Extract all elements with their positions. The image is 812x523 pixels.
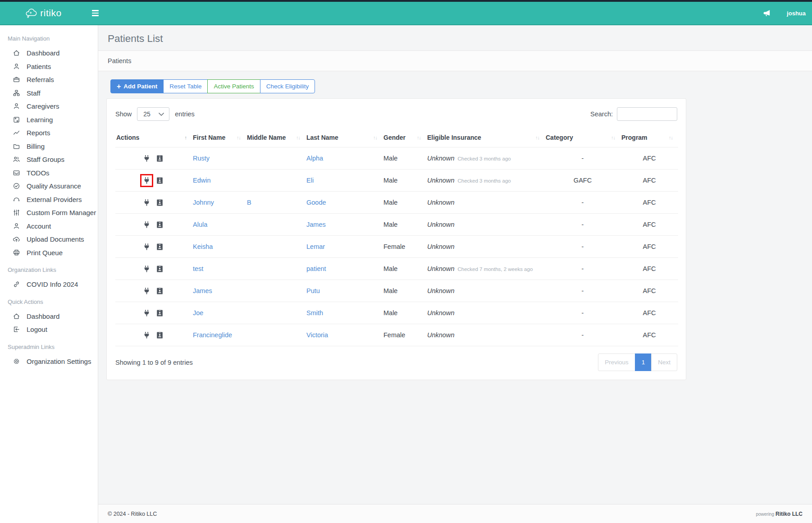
col-header-last-name[interactable]: Last Name↑↓	[306, 129, 383, 147]
col-header-middle-name[interactable]: Middle Name↑↓	[246, 129, 306, 147]
col-header-gender[interactable]: Gender↑↓	[383, 129, 426, 147]
patient-last-name-cell: patient	[306, 258, 383, 280]
toolbar: +Add PatientReset TableActive PatientsCh…	[110, 79, 804, 93]
sidebar-item-dashboard[interactable]: Dashboard	[0, 310, 98, 323]
patient-middle-name-link[interactable]: B	[247, 199, 251, 206]
program-cell: AFC	[620, 147, 678, 170]
patient-first-name-link[interactable]: Edwin	[193, 177, 211, 184]
patient-last-name-link[interactable]: Eli	[306, 177, 314, 184]
sidebar-item-todos[interactable]: TODOs	[0, 166, 98, 180]
id-badge-icon[interactable]	[155, 198, 164, 207]
sidebar-item-quality-assurance[interactable]: Quality Assurance	[0, 179, 98, 193]
breadcrumb-item-patients[interactable]: Patients	[108, 57, 131, 64]
patient-last-name-link[interactable]: Lemar	[306, 243, 325, 250]
sidebar-item-staff-groups[interactable]: Staff Groups	[0, 153, 98, 166]
id-badge-icon[interactable]	[155, 243, 164, 251]
plug-icon[interactable]	[142, 287, 151, 295]
sidebar-toggle-button[interactable]	[86, 1, 105, 25]
patient-first-name-link[interactable]: Rusty	[193, 155, 210, 162]
id-badge-icon[interactable]	[155, 176, 164, 185]
patient-first-name-link[interactable]: Joe	[193, 309, 203, 317]
plus-icon: +	[117, 83, 121, 90]
patient-last-name-link[interactable]: Smith	[306, 309, 323, 317]
col-header-first-name[interactable]: First Name↑↓	[192, 129, 246, 147]
cloud-logo-icon	[24, 8, 37, 18]
plug-icon[interactable]	[142, 265, 151, 273]
patient-last-name-link[interactable]: Putu	[306, 287, 320, 294]
page-1-button[interactable]: 1	[635, 353, 652, 371]
sidebar-item-billing[interactable]: Billing	[0, 140, 98, 153]
sidebar-item-print-queue[interactable]: Print Queue	[0, 246, 98, 260]
patient-first-name-cell: Joe	[192, 302, 246, 324]
insurance-status: Unknown	[427, 155, 454, 162]
id-badge-icon[interactable]	[155, 309, 164, 317]
megaphone-icon[interactable]	[762, 9, 771, 18]
check-eligibility-button[interactable]: Check Eligibility	[260, 79, 315, 93]
plug-icon[interactable]	[142, 176, 151, 185]
patient-last-name-link[interactable]: patient	[306, 265, 326, 272]
program-cell: AFC	[620, 302, 678, 324]
id-badge-icon[interactable]	[155, 265, 164, 273]
id-badge-icon[interactable]	[155, 287, 164, 295]
id-badge-icon[interactable]	[155, 331, 164, 339]
patient-last-name-link[interactable]: Alpha	[306, 155, 323, 162]
sidebar-item-label: Upload Documents	[27, 235, 84, 243]
plug-icon[interactable]	[142, 220, 151, 229]
sidebar-item-covid-info-2024[interactable]: COVID Info 2024	[0, 278, 98, 291]
col-header-eligible-insurance[interactable]: Eligible Insurance↑↓	[426, 129, 545, 147]
actions-cell	[115, 236, 192, 258]
sidebar-item-account[interactable]: Account	[0, 220, 98, 233]
user-menu[interactable]: joshua	[787, 10, 806, 17]
actions-cell	[115, 258, 192, 280]
sidebar-item-upload-documents[interactable]: Upload Documents	[0, 233, 98, 246]
active-patients-button[interactable]: Active Patients	[207, 79, 260, 93]
sidebar-item-custom-form-manager[interactable]: Custom Form Manager	[0, 206, 98, 220]
col-header-category[interactable]: Category↑↓	[545, 129, 620, 147]
plug-icon[interactable]	[142, 331, 151, 339]
sidebar-item-patients[interactable]: Patients	[0, 60, 98, 73]
home-icon	[13, 49, 20, 57]
previous-page-button[interactable]: Previous	[598, 353, 635, 371]
patient-first-name-link[interactable]: James	[193, 287, 212, 294]
reset-table-button[interactable]: Reset Table	[163, 79, 208, 93]
sidebar-item-staff[interactable]: Staff	[0, 87, 98, 100]
sidebar-item-organization-settings[interactable]: Organization Settings	[0, 355, 98, 368]
patient-first-name-cell: Johnny	[192, 192, 246, 214]
id-badge-icon[interactable]	[155, 154, 164, 163]
category-cell: -	[545, 302, 620, 324]
patient-first-name-link[interactable]: test	[193, 265, 203, 272]
col-header-actions[interactable]: Actions↑	[115, 129, 192, 147]
brand-logo[interactable]: ritiko	[0, 8, 86, 18]
gender-cell: Male	[383, 302, 426, 324]
id-badge-icon[interactable]	[155, 220, 164, 229]
patient-first-name-link[interactable]: Johnny	[193, 199, 214, 206]
plug-icon[interactable]	[142, 154, 151, 163]
sidebar-item-referrals[interactable]: Referrals	[0, 73, 98, 87]
sidebar-item-learning[interactable]: Learning	[0, 113, 98, 127]
patient-first-name-link[interactable]: Keisha	[193, 243, 213, 250]
sidebar-item-dashboard[interactable]: Dashboard	[0, 46, 98, 60]
plug-icon[interactable]	[142, 198, 151, 207]
search-input[interactable]	[617, 107, 677, 121]
patient-last-name-link[interactable]: James	[306, 221, 326, 228]
sidebar-item-caregivers[interactable]: Caregivers	[0, 100, 98, 113]
col-header-program[interactable]: Program↑↓	[620, 129, 678, 147]
patient-first-name-link[interactable]: Francineglide	[193, 331, 232, 339]
sidebar-item-label: Patients	[27, 63, 51, 70]
plug-icon[interactable]	[142, 243, 151, 251]
plug-icon[interactable]	[142, 309, 151, 317]
sort-both-icon: ↑↓	[296, 135, 300, 140]
add-patient-button[interactable]: +Add Patient	[110, 79, 164, 93]
patient-first-name-link[interactable]: Alula	[193, 221, 207, 228]
sidebar-item-label: Dashboard	[27, 312, 59, 320]
patient-last-name-link[interactable]: Goode	[306, 199, 326, 206]
patient-last-name-link[interactable]: Victoria	[306, 331, 328, 339]
sidebar-item-external-providers[interactable]: External Providers	[0, 193, 98, 206]
sidebar-item-logout[interactable]: Logout	[0, 323, 98, 336]
category-cell: -	[545, 280, 620, 302]
page-length-select[interactable]: 25	[137, 107, 169, 121]
nav-section-header: Superadmin Links	[0, 344, 98, 350]
next-page-button[interactable]: Next	[651, 353, 677, 371]
sidebar-item-reports[interactable]: Reports	[0, 126, 98, 140]
sidebar-item-label: Reports	[27, 129, 50, 137]
